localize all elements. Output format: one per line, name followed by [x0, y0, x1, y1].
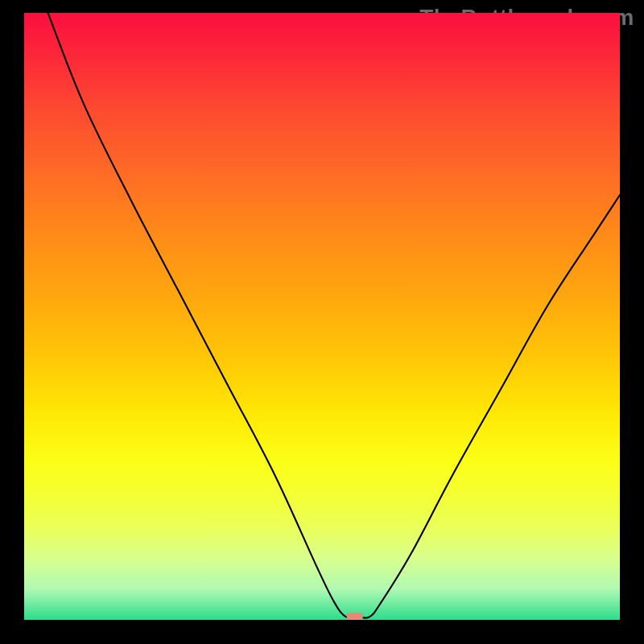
chart-frame: TheBottleneck.com — [0, 0, 644, 644]
bottleneck-curve — [48, 13, 620, 618]
minimum-marker — [347, 613, 363, 620]
plot-svg — [24, 13, 620, 620]
